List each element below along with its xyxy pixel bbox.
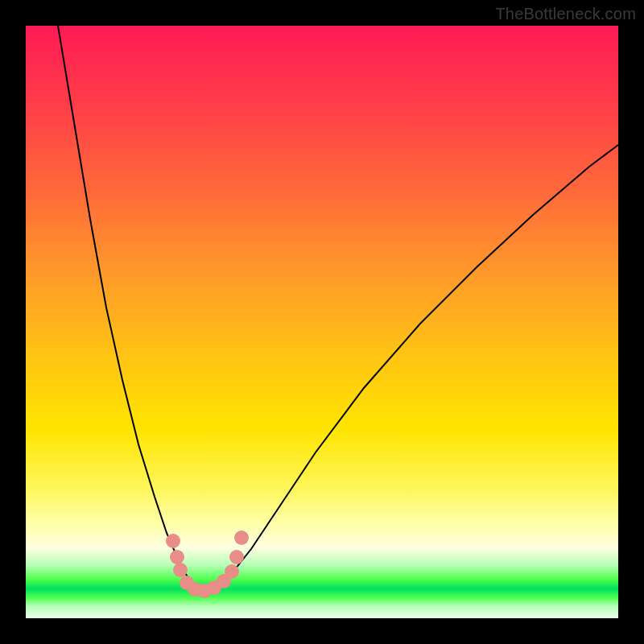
marker-dot <box>225 564 239 579</box>
marker-dot <box>173 563 188 577</box>
marker-dot <box>170 550 184 564</box>
marker-dot <box>166 534 180 548</box>
watermark-text: TheBottleneck.com <box>495 5 636 23</box>
plot-area <box>26 26 618 618</box>
marker-dot <box>234 530 249 545</box>
highlight-dots <box>166 530 249 598</box>
marker-dot <box>229 550 244 564</box>
chart-frame: TheBottleneck.com <box>0 0 644 644</box>
chart-svg <box>26 26 618 618</box>
bottleneck-curve <box>58 26 618 589</box>
